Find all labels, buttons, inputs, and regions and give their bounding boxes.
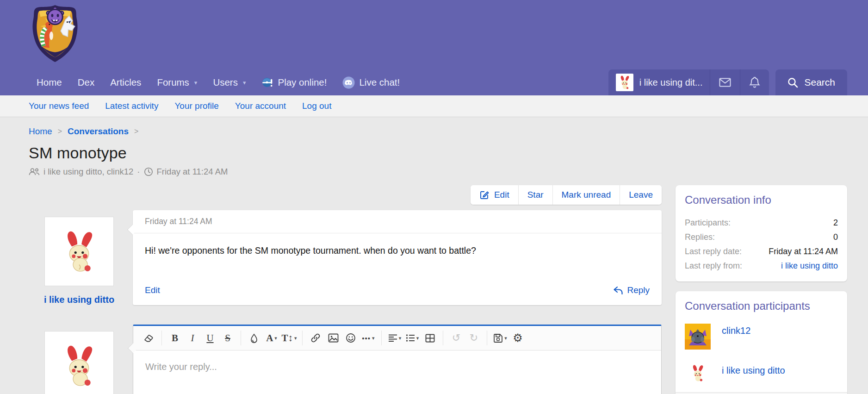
font-a-glyph: A: [266, 332, 273, 344]
subnav-your-profile[interactable]: Your profile: [174, 101, 218, 111]
alignment-button[interactable]: ▾: [386, 330, 403, 346]
participant-avatar[interactable]: [685, 324, 711, 350]
account-menu-button[interactable]: i like using dit...: [608, 69, 710, 95]
remove-format-button[interactable]: [140, 330, 157, 346]
nav-users-label: Users: [213, 77, 238, 88]
info-label: Last reply from:: [685, 259, 742, 273]
alerts-button[interactable]: [740, 69, 769, 95]
envelope-icon: [719, 78, 731, 87]
account-chip-group: i like using dit...: [608, 69, 769, 95]
breadcrumb: Home > Conversations >: [29, 126, 847, 137]
discord-icon: [342, 76, 355, 89]
strikethrough-button[interactable]: S: [219, 330, 236, 346]
subnav-log-out[interactable]: Log out: [302, 101, 331, 111]
participant-avatar[interactable]: [685, 361, 711, 382]
mark-unread-button[interactable]: Mark unread: [552, 185, 620, 205]
nav-item-play-online[interactable]: Play online!: [254, 69, 335, 95]
content-area: Home > Conversations > SM monotype i lik…: [0, 117, 868, 394]
reply-author-column: [29, 325, 133, 394]
bold-button[interactable]: B: [166, 330, 184, 346]
plusle-avatar-icon: [690, 364, 705, 382]
avatar: [616, 74, 633, 91]
drafts-button[interactable]: ▾: [491, 330, 509, 346]
insert-image-button[interactable]: [324, 330, 342, 346]
message-reply-link[interactable]: Reply: [613, 285, 650, 295]
leave-button[interactable]: Leave: [620, 185, 662, 205]
editor-settings-button[interactable]: ⚙: [509, 330, 527, 346]
participant-row: clink12: [676, 319, 847, 356]
conversation-actions: Edit Star Mark unread Leave: [29, 185, 662, 205]
underline-button[interactable]: U: [201, 330, 219, 346]
subnav-news-feed[interactable]: Your news feed: [29, 101, 89, 111]
nav-item-live-chat[interactable]: Live chat!: [335, 69, 408, 95]
align-left-icon: [388, 334, 397, 342]
search-button[interactable]: Search: [775, 69, 847, 95]
insert-link-button[interactable]: [307, 330, 324, 346]
link-icon: [310, 333, 321, 343]
chevron-down-icon: ▾: [399, 335, 402, 341]
last-reply-from-link[interactable]: i like using ditto: [781, 259, 838, 273]
insert-table-button[interactable]: [421, 330, 439, 346]
reply-editor: B I U S A: [133, 325, 662, 394]
text-size-glyph: T↕: [281, 332, 293, 344]
redo-button[interactable]: ↻: [465, 330, 483, 346]
info-label: Replies:: [685, 230, 715, 244]
inbox-button[interactable]: [710, 69, 740, 95]
chevron-down-icon: ▾: [294, 335, 297, 341]
subnav-your-account[interactable]: Your account: [235, 101, 286, 111]
message-author-avatar[interactable]: [44, 217, 114, 286]
nav-dex-label: Dex: [78, 77, 94, 88]
info-row-last-reply-date: Last reply date: Friday at 11:24 AM: [685, 244, 838, 259]
message-author-name[interactable]: i like using ditto: [37, 294, 121, 305]
meta-date: Friday at 11:24 AM: [157, 167, 228, 177]
reply-link-label: Reply: [627, 285, 650, 295]
participants-panel-title: Conversation participants: [676, 291, 847, 319]
info-label: Last reply date:: [685, 244, 742, 259]
ellipsis-icon: •••: [362, 334, 371, 342]
action-button-group: Edit Star Mark unread Leave: [471, 185, 662, 205]
message-timestamp[interactable]: Friday at 11:24 AM: [133, 210, 662, 233]
subnav-latest-activity[interactable]: Latest activity: [105, 101, 158, 111]
nav-item-articles[interactable]: Articles: [102, 69, 149, 95]
undo-button[interactable]: ↺: [447, 330, 465, 346]
chevron-down-icon: ▾: [194, 79, 198, 86]
info-label: Participants:: [685, 216, 731, 230]
breadcrumb-conversations[interactable]: Conversations: [68, 126, 129, 137]
list-button[interactable]: ▾: [403, 330, 421, 346]
info-value: 2: [833, 216, 838, 230]
nav-item-home[interactable]: Home: [29, 69, 70, 95]
nav-item-dex[interactable]: Dex: [70, 69, 102, 95]
italic-button[interactable]: I: [184, 330, 201, 346]
pokemon-showdown-icon: [261, 76, 273, 88]
conversation-participants-panel: Conversation participants: [676, 291, 847, 394]
main-nav-links: Home Dex Articles Forums▾ Users▾ Play on…: [29, 69, 408, 95]
nav-item-forums[interactable]: Forums▾: [149, 69, 205, 95]
message-body: Hi! we're opponents for the SM monotype …: [133, 233, 662, 280]
text-size-button[interactable]: T↕ ▾: [280, 330, 298, 346]
smilie-button[interactable]: [342, 330, 360, 346]
participant-name[interactable]: clink12: [722, 325, 750, 336]
content-columns: Edit Star Mark unread Leave: [29, 185, 847, 394]
nav-articles-label: Articles: [110, 77, 141, 88]
toolbar-divider: [161, 331, 162, 345]
edit-button[interactable]: Edit: [471, 185, 518, 205]
reply-input[interactable]: Write your reply...: [133, 350, 661, 394]
info-row-replies: Replies: 0: [685, 230, 838, 244]
toolbar-divider: [487, 331, 487, 345]
message-edit-link[interactable]: Edit: [145, 285, 160, 295]
reply-author-avatar[interactable]: [44, 331, 114, 394]
text-highlight-button[interactable]: [245, 330, 263, 346]
font-color-button[interactable]: A ▾: [263, 330, 280, 346]
nav-item-users[interactable]: Users▾: [205, 69, 254, 95]
site-logo[interactable]: [26, 3, 84, 63]
editor-toolbar: B I U S A: [133, 326, 661, 350]
bullet-list-icon: [406, 334, 415, 342]
participant-name[interactable]: i like using ditto: [722, 365, 785, 376]
star-button[interactable]: Star: [518, 185, 552, 205]
clock-icon: [144, 167, 153, 176]
chevron-right-icon: >: [58, 127, 62, 136]
breadcrumb-home[interactable]: Home: [29, 126, 52, 137]
more-options-button[interactable]: ••• ▾: [360, 330, 377, 346]
message-author-column: i like using ditto: [29, 210, 133, 305]
droplet-icon: [250, 333, 258, 343]
